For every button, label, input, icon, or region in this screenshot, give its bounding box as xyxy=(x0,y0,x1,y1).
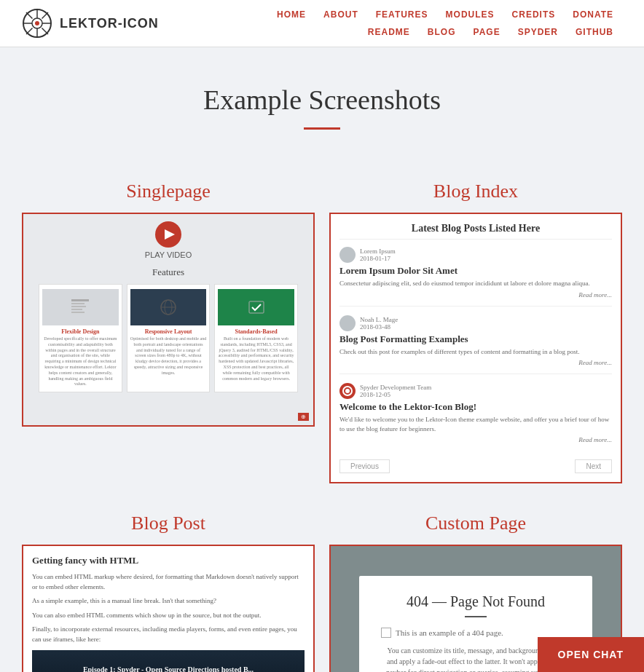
blog-post-heading: Getting fancy with HTML xyxy=(32,555,305,566)
svg-rect-14 xyxy=(71,309,82,310)
nav-credits[interactable]: CREDITS xyxy=(503,7,565,23)
nav-spyder[interactable]: SPYDER xyxy=(509,24,567,40)
spyder-icon-inner xyxy=(342,386,353,396)
card-img-standards xyxy=(218,289,294,325)
corner-badge: ⊕ xyxy=(298,413,309,421)
nav-donate[interactable]: DONATE xyxy=(564,7,622,23)
svg-rect-15 xyxy=(71,312,85,313)
nav-row-2: README BLOG PAGE SPYDER GITHUB xyxy=(359,24,622,40)
post1-meta: Lorem Ipsum 2018-01-17 xyxy=(339,247,612,263)
singlepage-frame: PLAY VIDEO Features xyxy=(22,213,315,427)
post2-body: Check out this post for examples of diff… xyxy=(339,347,612,357)
card-img-responsive xyxy=(130,289,207,325)
video-thumbnail[interactable]: Episode 1: Spyder - Open Source Directio… xyxy=(32,650,305,672)
post3-author: Spyder Development Team xyxy=(360,384,431,391)
hero-divider xyxy=(304,127,340,130)
post3-read-more[interactable]: Read more... xyxy=(339,436,612,443)
open-chat-button[interactable]: OPEN CHAT xyxy=(538,637,644,672)
blog-index-header: Latest Blog Posts Listed Here xyxy=(339,223,612,240)
svg-line-6 xyxy=(26,12,33,19)
nav-page[interactable]: PAGE xyxy=(465,24,509,40)
card-standards: Standards-Based Built on a foundation of… xyxy=(214,284,298,392)
blog-post-item-3: Spyder Development Team 2018-12-05 Welco… xyxy=(339,383,612,451)
flexible-icon xyxy=(69,296,91,318)
post3-body: We'd like to welcome you to the Lektor-I… xyxy=(339,415,612,433)
post3-author-meta: Spyder Development Team 2018-12-05 xyxy=(360,384,431,398)
blog-post-inner: Getting fancy with HTML You can embed HT… xyxy=(23,546,313,672)
card-title-flexible: Flexible Design xyxy=(42,328,119,335)
post2-author-meta: Noah L. Mage 2018-03-48 xyxy=(360,316,398,331)
svg-point-10 xyxy=(35,21,39,25)
video-title: Episode 1: Spyder - Open Source Directio… xyxy=(83,665,254,672)
post3-date: 2018-12-05 xyxy=(360,391,431,398)
card-flexible: Flexible Design Developed specifically t… xyxy=(39,284,122,392)
page-title: Example Screenshots xyxy=(15,84,629,116)
blog-post-item-1: Lorem Ipsum 2018-01-17 Lorem Ipsum Dolor… xyxy=(339,247,612,307)
nav-modules[interactable]: MODULES xyxy=(437,7,503,23)
blog-post-para-2: As a simple example, this is a manual li… xyxy=(32,596,305,606)
spyder-avatar xyxy=(339,383,356,399)
check-text: This is an example of a 404 page. xyxy=(396,628,503,637)
prev-button[interactable]: Previous xyxy=(339,459,390,473)
svg-line-7 xyxy=(42,28,49,35)
404-title: 404 — Page Not Found xyxy=(381,593,570,610)
card-title-standards: Standards-Based xyxy=(218,328,294,335)
nav-readme[interactable]: README xyxy=(359,24,419,40)
play-button[interactable] xyxy=(155,221,181,248)
post1-body: Consectetur adipiscing elit, sed do eius… xyxy=(339,279,612,288)
nav-features[interactable]: FEATURES xyxy=(367,7,437,23)
singlepage-section: Singlepage PLAY VIDEO Features xyxy=(15,173,322,505)
play-caption: PLAY VIDEO xyxy=(29,250,307,259)
post1-author-meta: Lorem Ipsum 2018-01-17 xyxy=(360,248,396,262)
nav-home[interactable]: HOME xyxy=(268,7,315,23)
post2-avatar xyxy=(339,315,356,331)
post1-title: Lorem Ipsum Dolor Sit Amet xyxy=(339,265,612,277)
post2-author: Noah L. Mage xyxy=(360,316,398,323)
screenshots-grid: Singlepage PLAY VIDEO Features xyxy=(0,159,644,672)
blog-post-frame: Getting fancy with HTML You can embed HT… xyxy=(22,545,315,672)
post2-read-more[interactable]: Read more... xyxy=(339,359,612,366)
singlepage-title: Singlepage xyxy=(22,181,315,202)
nav-blog[interactable]: BLOG xyxy=(419,24,465,40)
logo-icon xyxy=(22,8,52,39)
post2-title: Blog Post Formatting Examples xyxy=(339,333,612,345)
next-button[interactable]: Next xyxy=(575,459,612,473)
blog-index-frame: Latest Blog Posts Listed Here Lorem Ipsu… xyxy=(329,213,622,483)
navbar: LEKTOR-ICON HOME ABOUT FEATURES MODULES … xyxy=(0,0,644,47)
post1-author: Lorem Ipsum xyxy=(360,248,396,255)
singlepage-inner: PLAY VIDEO Features xyxy=(23,214,313,425)
blog-post-item-2: Noah L. Mage 2018-03-48 Blog Post Format… xyxy=(339,315,612,375)
nav-github[interactable]: GITHUB xyxy=(567,24,622,40)
post3-meta: Spyder Development Team 2018-12-05 xyxy=(339,383,612,399)
post1-read-more[interactable]: Read more... xyxy=(339,291,612,299)
custom-page-title: Custom Page xyxy=(329,513,622,534)
blog-post-para-4: Finally, to incorporate external resourc… xyxy=(32,625,305,644)
svg-line-8 xyxy=(42,12,49,19)
card-title-responsive: Responsive Layout xyxy=(130,328,207,335)
check-box xyxy=(381,628,391,638)
blog-index-inner: Latest Blog Posts Listed Here Lorem Ipsu… xyxy=(331,214,621,482)
blog-post-section: Blog Post Getting fancy with HTML You ca… xyxy=(15,505,322,672)
hero-section: Example Screenshots xyxy=(0,47,644,159)
svg-rect-12 xyxy=(71,303,85,304)
blog-post-title: Blog Post xyxy=(22,513,315,534)
post3-title: Welcome to the Lektor-Icon Blog! xyxy=(339,401,612,413)
svg-rect-13 xyxy=(71,306,86,307)
standards-icon xyxy=(246,297,267,317)
nav-row-1: HOME ABOUT FEATURES MODULES CREDITS DONA… xyxy=(268,7,622,23)
responsive-icon xyxy=(158,297,178,317)
nav-links: HOME ABOUT FEATURES MODULES CREDITS DONA… xyxy=(268,7,622,40)
card-img-flexible xyxy=(42,289,119,325)
card-responsive: Responsive Layout Optimised for both des… xyxy=(127,284,211,392)
nav-logo[interactable]: LEKTOR-ICON xyxy=(22,8,159,39)
svg-line-9 xyxy=(26,28,33,35)
card-text-standards: Built on a foundation of modern web stan… xyxy=(218,336,294,382)
svg-rect-11 xyxy=(71,299,89,301)
blog-index-section: Blog Index Latest Blog Posts Listed Here… xyxy=(322,173,629,505)
blog-nav-buttons: Previous Next xyxy=(339,459,612,473)
post2-meta: Noah L. Mage 2018-03-48 xyxy=(339,315,612,331)
404-check: This is an example of a 404 page. xyxy=(381,628,570,638)
nav-logo-text: LEKTOR-ICON xyxy=(60,16,159,31)
nav-about[interactable]: ABOUT xyxy=(315,7,367,23)
features-label: Features xyxy=(29,266,307,278)
